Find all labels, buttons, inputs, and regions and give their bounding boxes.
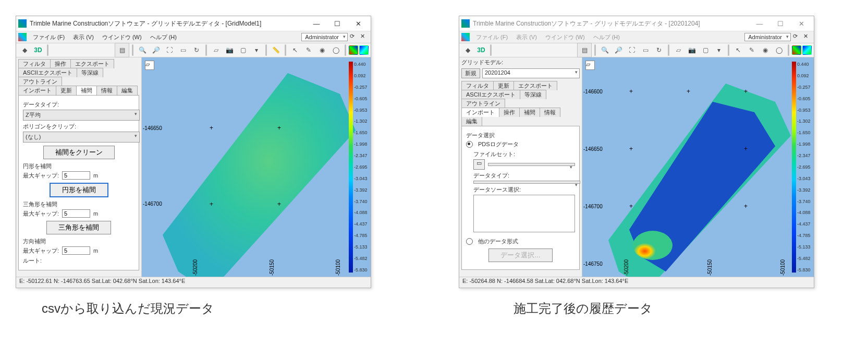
zoom-extents-icon[interactable]: ⛶ bbox=[163, 44, 176, 56]
refresh-icon[interactable]: ⟳ bbox=[793, 33, 801, 41]
maximize-button[interactable]: ☐ bbox=[327, 18, 348, 29]
eraser-icon[interactable]: ✎ bbox=[302, 44, 315, 56]
close-button[interactable]: ✕ bbox=[791, 18, 812, 29]
layers-icon[interactable]: ▱ bbox=[672, 44, 684, 56]
color-b-icon[interactable] bbox=[802, 45, 812, 55]
circle-interp-button[interactable]: 円形を補間 bbox=[50, 183, 108, 197]
datatype-combo[interactable] bbox=[473, 181, 580, 184]
tool-3d[interactable]: 3D bbox=[32, 44, 44, 56]
viewport-layers-icon[interactable]: ▱ bbox=[145, 61, 154, 70]
menu-window[interactable]: ウインドウ (W) bbox=[541, 32, 589, 42]
menu-window[interactable]: ウインドウ (W) bbox=[98, 32, 146, 42]
minimize-button[interactable]: — bbox=[749, 18, 770, 29]
zoom-in-icon[interactable]: 🔍 bbox=[598, 44, 611, 56]
minimize-button[interactable]: — bbox=[306, 18, 327, 29]
eraser-icon[interactable]: ✎ bbox=[745, 44, 758, 56]
new-grid-button[interactable]: 新規 bbox=[461, 68, 480, 78]
tab-outline[interactable]: アウトライン bbox=[18, 77, 62, 86]
tab-edit[interactable]: 編集 bbox=[461, 116, 482, 126]
tool-view-icon[interactable]: ▤ bbox=[578, 44, 591, 56]
tool-palette[interactable]: ◆ bbox=[18, 44, 31, 56]
tab-ops[interactable]: 操作 bbox=[50, 59, 71, 68]
admin-combo[interactable]: Administrator bbox=[301, 33, 348, 41]
dropdown-icon[interactable]: ▾ bbox=[713, 44, 725, 56]
other-radio-row[interactable]: 他のデータ形式 bbox=[466, 238, 575, 245]
zoom-out-icon[interactable]: 🔎 bbox=[150, 44, 162, 56]
viewport[interactable]: ▱ bbox=[582, 57, 814, 277]
fileset-open-button[interactable]: ▭ bbox=[473, 159, 485, 170]
zoom-window-icon[interactable]: ▭ bbox=[177, 44, 189, 56]
camera-icon[interactable]: 📷 bbox=[223, 44, 236, 56]
menu-help[interactable]: ヘルプ (H) bbox=[146, 32, 181, 42]
tool-view-icon[interactable]: ▤ bbox=[116, 44, 128, 56]
maximize-button[interactable]: ☐ bbox=[770, 18, 791, 29]
cursor-icon[interactable]: ↖ bbox=[289, 44, 301, 56]
polyclip-combo[interactable]: (なし) bbox=[23, 132, 140, 143]
zoom-out-icon[interactable]: 🔎 bbox=[612, 44, 625, 56]
close-child-icon[interactable]: ✕ bbox=[360, 33, 369, 41]
tab-info[interactable]: 情報 bbox=[540, 108, 560, 117]
maxgap-input-3[interactable] bbox=[62, 246, 90, 255]
rect-icon[interactable]: ▢ bbox=[699, 44, 712, 56]
tri-interp-button[interactable]: 三角形を補間 bbox=[46, 221, 111, 234]
lasso-icon[interactable]: ◯ bbox=[329, 44, 342, 56]
zoom-extents-icon[interactable]: ⛶ bbox=[626, 44, 638, 56]
layers-icon[interactable]: ▱ bbox=[210, 44, 222, 56]
cursor-icon[interactable]: ↖ bbox=[732, 44, 744, 56]
admin-combo[interactable]: Administrator bbox=[744, 33, 791, 41]
zoom-in-icon[interactable]: 🔍 bbox=[136, 44, 149, 56]
tab-interp[interactable]: 補間 bbox=[519, 108, 540, 117]
tab-outline[interactable]: アウトライン bbox=[461, 99, 505, 108]
viewport-layers-icon[interactable]: ▱ bbox=[585, 61, 595, 70]
menu-view[interactable]: 表示 (V) bbox=[512, 32, 541, 42]
fileset-combo[interactable] bbox=[488, 163, 575, 166]
tab-info[interactable]: 情報 bbox=[96, 86, 117, 95]
maxgap-input-2[interactable] bbox=[62, 209, 90, 218]
menu-help[interactable]: ヘルプ (H) bbox=[589, 32, 624, 42]
rotate-icon[interactable]: ↻ bbox=[190, 44, 203, 56]
tab-ascii[interactable]: ASCIIエクスポート bbox=[461, 90, 520, 99]
tab-export[interactable]: エクスポート bbox=[70, 59, 114, 68]
other-radio[interactable] bbox=[466, 238, 473, 245]
tab-edit[interactable]: 編集 bbox=[117, 86, 138, 95]
rect-icon[interactable]: ▢ bbox=[237, 44, 249, 56]
tab-contour[interactable]: 等深線 bbox=[77, 68, 103, 77]
tab-update[interactable]: 更新 bbox=[493, 81, 514, 90]
tab-filter[interactable]: フィルタ bbox=[18, 59, 51, 68]
menu-view[interactable]: 表示 (V) bbox=[69, 32, 98, 42]
close-child-icon[interactable]: ✕ bbox=[803, 33, 812, 41]
maxgap-input-1[interactable] bbox=[62, 171, 90, 180]
rotate-icon[interactable]: ↻ bbox=[653, 44, 665, 56]
color-a-icon[interactable] bbox=[349, 45, 358, 55]
camera-icon[interactable]: 📷 bbox=[686, 44, 698, 56]
tab-filter[interactable]: フィルタ bbox=[461, 81, 494, 90]
tab-update[interactable]: 更新 bbox=[56, 86, 77, 95]
lasso-icon[interactable]: ◯ bbox=[773, 44, 785, 56]
tab-interp[interactable]: 補間 bbox=[76, 86, 97, 95]
paint-icon[interactable]: ◉ bbox=[759, 44, 772, 56]
clean-interp-button[interactable]: 補間をクリーン bbox=[43, 146, 115, 159]
measure-icon[interactable]: 📏 bbox=[270, 44, 282, 56]
pds-radio[interactable] bbox=[466, 141, 473, 148]
close-button[interactable]: ✕ bbox=[348, 18, 369, 29]
pds-radio-row[interactable]: PDSログデータ bbox=[466, 140, 575, 148]
color-a-icon[interactable] bbox=[792, 45, 801, 55]
tool-3d[interactable]: 3D bbox=[475, 44, 487, 56]
menu-file[interactable]: ファイル (F) bbox=[29, 32, 69, 42]
tab-contour[interactable]: 等深線 bbox=[520, 90, 546, 99]
menu-file[interactable]: ファイル (F) bbox=[472, 32, 512, 42]
color-b-icon[interactable] bbox=[359, 45, 369, 55]
tab-ops[interactable]: 操作 bbox=[499, 108, 520, 117]
tab-ascii[interactable]: ASCIIエクスポート bbox=[18, 68, 77, 77]
tab-import[interactable]: インポート bbox=[461, 108, 499, 117]
dropdown-icon[interactable]: ▾ bbox=[250, 44, 263, 56]
tab-export[interactable]: エクスポート bbox=[514, 81, 557, 90]
datasource-listbox[interactable] bbox=[473, 195, 575, 232]
gridmodel-combo[interactable]: 20201204 bbox=[482, 68, 580, 78]
zoom-window-icon[interactable]: ▭ bbox=[639, 44, 652, 56]
viewport[interactable]: ▱ -146650 -146700 bbox=[142, 57, 371, 277]
tab-import[interactable]: インポート bbox=[18, 86, 56, 95]
paint-icon[interactable]: ◉ bbox=[316, 44, 328, 56]
datatype-combo[interactable]: Z平均 bbox=[23, 110, 140, 121]
tool-palette[interactable]: ◆ bbox=[461, 44, 474, 56]
